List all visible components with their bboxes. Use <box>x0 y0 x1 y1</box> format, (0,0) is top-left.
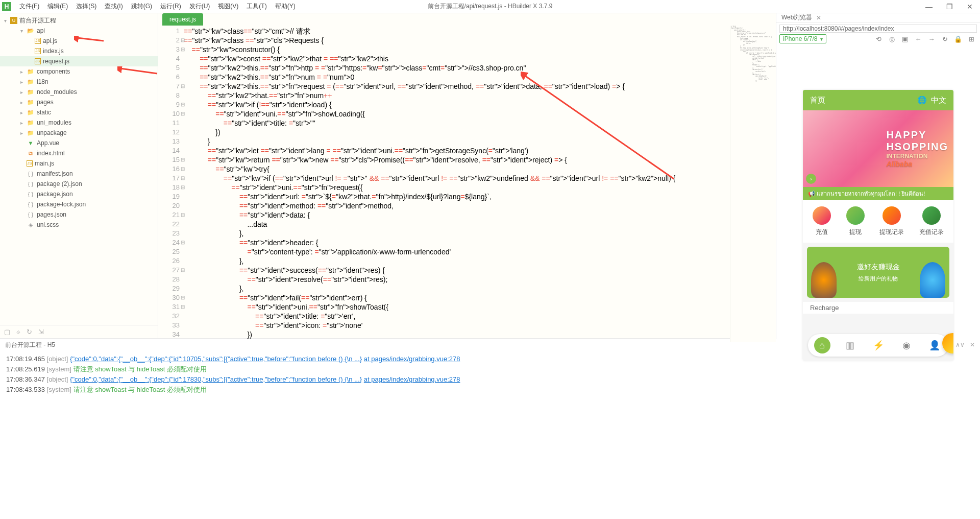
window-minimize[interactable]: — <box>919 0 939 13</box>
target-icon[interactable]: ◎ <box>886 34 897 44</box>
recharge-label: Recharge <box>803 302 953 314</box>
page-title: 首页 <box>810 96 825 105</box>
console-line: 17:08:36.347 [object] {"code":0,"data":{… <box>6 374 974 385</box>
tab-home-icon[interactable]: ⌂ <box>814 337 830 353</box>
tree-i18n[interactable]: ▸📁i18n <box>0 77 158 87</box>
forward-icon[interactable]: → <box>926 34 937 44</box>
editor: request.js 12⊟3⊟4567⊟89⊟10⊟1112131415⊟16… <box>158 13 776 338</box>
lock-icon[interactable]: 🔒 <box>952 34 964 44</box>
project-root[interactable]: ▾U前台开源工程 <box>0 15 158 26</box>
tree-uni_modules[interactable]: ▸📁uni_modules <box>0 117 158 128</box>
tab-user-icon[interactable]: 👤 <box>926 337 943 353</box>
tree-static[interactable]: ▸📁static <box>0 107 158 117</box>
app-logo: H <box>2 2 11 11</box>
terminal-icon[interactable]: ▢ <box>4 328 10 336</box>
banner-line4: Alibaba <box>886 160 948 168</box>
banner-line3: INTERNATION <box>886 153 948 160</box>
tree-pages[interactable]: ▸📁pages <box>0 97 158 107</box>
refresh-icon[interactable]: ↻ <box>27 328 32 336</box>
language-label[interactable]: 中文 <box>931 96 946 105</box>
tab-flash-icon[interactable]: ⚡ <box>870 337 887 353</box>
menu-帮助[interactable]: 帮助(Y) <box>271 2 300 11</box>
browser-toolbar: iPhone 6/7/8 ⟲ ◎ ▣ ← → ↻ 🔒 ⊞ <box>776 34 980 44</box>
code-editor[interactable]: 12⊟3⊟4567⊟89⊟10⊟1112131415⊟16⊟17⊟18⊟1920… <box>158 26 776 342</box>
reload-icon[interactable]: ↻ <box>939 34 950 44</box>
action-充值[interactable]: 充值 <box>813 206 831 237</box>
window-maximize[interactable]: ❐ <box>939 0 960 13</box>
link-icon[interactable]: ⇲ <box>38 328 44 336</box>
web-preview-panel: Web浏览器 ✕ http://localhost:8080/#/pages/i… <box>776 13 980 338</box>
tree-node_modules[interactable]: ▸📁node_modules <box>0 87 158 97</box>
tree-index-js[interactable]: JSindex.js <box>0 46 158 56</box>
close-icon[interactable]: ✕ <box>816 14 821 21</box>
notice-bar: 📢 แสากนรขายหาจากทั่วทุกมุมโลก! ! ยินดีต้… <box>803 187 953 200</box>
close-console-icon[interactable]: ✕ <box>970 341 975 348</box>
tree-index-html[interactable]: ⧉index.html <box>0 148 158 158</box>
action-提现[interactable]: 提现 <box>846 206 865 237</box>
promo-title: 邀好友赚现金 <box>857 263 900 272</box>
tree-App-vue[interactable]: ▼App.vue <box>0 138 158 148</box>
minimap[interactable]: // 请求 class Requests { constructor() { c… <box>730 26 776 342</box>
collapse-icon[interactable]: ∧∨ <box>955 341 965 348</box>
action-充值记录[interactable]: 充值记录 <box>919 206 944 237</box>
menu-编辑[interactable]: 编辑(E) <box>43 2 72 11</box>
refresh-icon[interactable]: ⟲ <box>873 34 884 44</box>
tab-chat-icon[interactable]: ◉ <box>898 337 915 353</box>
banner-line2: HSOPPING <box>886 141 948 153</box>
character-right <box>920 262 945 298</box>
browser-tab-label: Web浏览器 <box>781 13 812 22</box>
tree-request-js[interactable]: JSrequest.js <box>0 56 158 66</box>
console-title: 前台开源工程 - H5 <box>5 341 55 349</box>
menu-发行[interactable]: 发行(U) <box>185 2 214 11</box>
tree-pages-json[interactable]: { }pages.json <box>0 209 158 220</box>
app-header: 首页 🌐 中文 <box>803 90 953 110</box>
console-line: 17:08:43.533 [system] 请注意 showToast 与 hi… <box>6 385 974 395</box>
screenshot-icon[interactable]: ▣ <box>899 34 911 44</box>
sidebar-toolbar: ▢ ⟐ ↻ ⇲ <box>0 325 158 338</box>
url-input[interactable]: http://localhost:8080/#/pages/index/inde… <box>779 25 977 33</box>
device-select[interactable]: iPhone 6/7/8 <box>779 34 826 43</box>
console-line: 17:08:25.619 [system] 请注意 showToast 与 hi… <box>6 364 974 374</box>
tree-package-lock-json[interactable]: { }package-lock.json <box>0 199 158 209</box>
menu-查找[interactable]: 查找(I) <box>101 2 127 11</box>
tree-components[interactable]: ▸📁components <box>0 66 158 77</box>
tree-package-json[interactable]: { }package.json <box>0 189 158 199</box>
phone-preview-frame: 首页 🌐 中文 HAPPY HSOPPING INTERNATION Aliba… <box>803 90 953 361</box>
banner[interactable]: HAPPY HSOPPING INTERNATION Alibaba › <box>803 110 953 187</box>
menu-文件[interactable]: 文件(F) <box>15 2 43 11</box>
menu-跳转[interactable]: 跳转(G) <box>127 2 156 11</box>
menu-选择[interactable]: 选择(S) <box>72 2 101 11</box>
menu-工具[interactable]: 工具(T) <box>242 2 271 11</box>
promo-card[interactable]: 邀好友赚现金 给新用户的礼物 <box>807 247 949 298</box>
menu-视图[interactable]: 视图(V) <box>214 2 242 11</box>
tree-package--2--json[interactable]: { }package (2).json <box>0 179 158 189</box>
chevron-right-icon[interactable]: › <box>806 174 816 184</box>
file-explorer: ▾U前台开源工程▾📂apiJSapi.jsJSindex.jsJSrequest… <box>0 13 158 338</box>
menubar: H 文件(F)编辑(E)选择(S)查找(I)跳转(G)运行(R)发行(U)视图(… <box>0 0 980 13</box>
promo-subtitle: 给新用户的礼物 <box>859 275 898 282</box>
tree-api[interactable]: ▾📂api <box>0 26 158 36</box>
window-close[interactable]: ✕ <box>960 0 980 13</box>
tabbar: ⌂ ▥ ⚡ ◉ 👤 <box>808 334 948 357</box>
tab-stats-icon[interactable]: ▥ <box>842 337 859 353</box>
tree-manifest-json[interactable]: { }manifest.json <box>0 169 158 179</box>
tree-uni-scss[interactable]: ◈uni.scss <box>0 220 158 230</box>
tree-unpackage[interactable]: ▸📁unpackage <box>0 128 158 138</box>
menu-运行[interactable]: 运行(R) <box>156 2 185 11</box>
tree-settings-icon[interactable]: ⟐ <box>16 328 20 336</box>
window-title: 前台开源工程/api/request.js - HBuilder X 3.7.9 <box>428 2 553 11</box>
globe-icon[interactable]: 🌐 <box>917 96 927 105</box>
tree-main-js[interactable]: JSmain.js <box>0 158 158 169</box>
browser-tab[interactable]: Web浏览器 ✕ <box>776 13 980 22</box>
tab-request-js[interactable]: request.js <box>162 13 203 26</box>
action-提现记录[interactable]: 提现记录 <box>879 206 904 237</box>
banner-line1: HAPPY <box>886 129 948 141</box>
character-left <box>811 262 837 298</box>
qr-icon[interactable]: ⊞ <box>966 34 977 44</box>
editor-tabs: request.js <box>158 13 776 26</box>
tree-api-js[interactable]: JSapi.js <box>0 36 158 46</box>
back-icon[interactable]: ← <box>913 34 924 44</box>
